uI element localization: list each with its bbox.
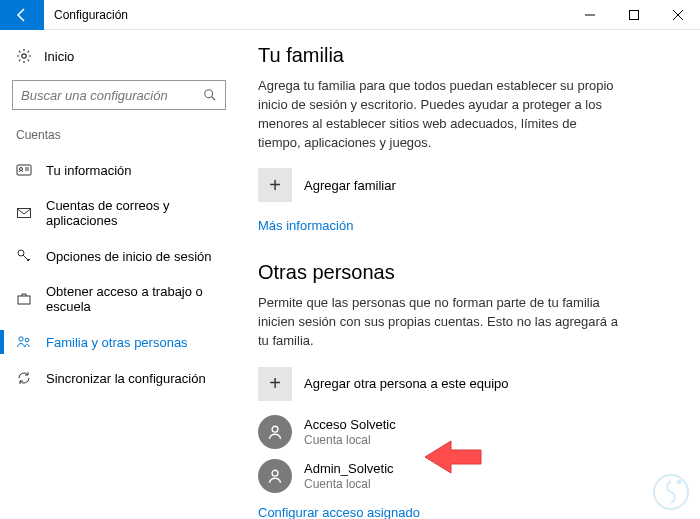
account-row[interactable]: Admin_Solvetic Cuenta local	[258, 459, 672, 493]
sync-icon	[16, 370, 32, 386]
minimize-button[interactable]	[568, 0, 612, 30]
avatar	[258, 415, 292, 449]
back-button[interactable]	[0, 0, 44, 30]
sidebar-item-label: Sincronizar la configuración	[46, 371, 206, 386]
plus-icon: +	[258, 168, 292, 202]
add-other-person-button[interactable]: + Agregar otra persona a este equipo	[258, 367, 672, 401]
svg-rect-1	[630, 10, 639, 19]
mail-icon	[16, 205, 32, 221]
account-info: Acceso Solvetic Cuenta local	[304, 417, 396, 447]
maximize-button[interactable]	[612, 0, 656, 30]
titlebar: Configuración	[0, 0, 700, 30]
svg-point-2	[22, 54, 26, 58]
search-input[interactable]	[21, 88, 203, 103]
svg-point-13	[25, 338, 29, 342]
svg-line-4	[212, 97, 216, 101]
sidebar-item-signin-options[interactable]: Opciones de inicio de sesión	[0, 238, 238, 274]
configure-assigned-access-link[interactable]: Configurar acceso asignado	[258, 505, 420, 519]
account-info: Admin_Solvetic Cuenta local	[304, 461, 394, 491]
svg-point-14	[272, 426, 278, 432]
account-name: Admin_Solvetic	[304, 461, 394, 477]
svg-rect-11	[18, 296, 30, 304]
account-row[interactable]: Acceso Solvetic Cuenta local	[258, 415, 672, 449]
main-content: Tu familia Agrega tu familia para que to…	[238, 30, 700, 519]
close-icon	[673, 10, 683, 20]
svg-point-12	[19, 337, 23, 341]
others-description: Permite que las personas que no forman p…	[258, 294, 618, 351]
sidebar-item-label: Tu información	[46, 163, 132, 178]
sidebar-item-label: Cuentas de correos y aplicaciones	[46, 198, 222, 228]
account-type: Cuenta local	[304, 433, 396, 447]
maximize-icon	[629, 10, 639, 20]
home-button[interactable]: Inicio	[0, 40, 238, 72]
arrow-left-icon	[14, 7, 30, 23]
briefcase-icon	[16, 291, 32, 307]
sidebar-item-label: Opciones de inicio de sesión	[46, 249, 212, 264]
sidebar-item-work-school[interactable]: Obtener acceso a trabajo o escuela	[0, 274, 238, 324]
svg-point-15	[272, 470, 278, 476]
more-info-link[interactable]: Más información	[258, 218, 353, 233]
svg-rect-9	[18, 209, 31, 218]
sidebar-item-family-others[interactable]: Familia y otras personas	[0, 324, 238, 360]
sidebar-section-header: Cuentas	[0, 124, 238, 152]
add-family-button[interactable]: + Agregar familiar	[258, 168, 672, 202]
people-icon	[16, 334, 32, 350]
account-name: Acceso Solvetic	[304, 417, 396, 433]
sidebar-item-sync[interactable]: Sincronizar la configuración	[0, 360, 238, 396]
svg-point-3	[205, 90, 213, 98]
family-heading: Tu familia	[258, 44, 672, 67]
others-section: Otras personas Permite que las personas …	[258, 261, 672, 519]
avatar	[258, 459, 292, 493]
minimize-icon	[585, 10, 595, 20]
family-section: Tu familia Agrega tu familia para que to…	[258, 44, 672, 253]
person-card-icon	[16, 162, 32, 178]
close-button[interactable]	[656, 0, 700, 30]
gear-icon	[16, 48, 32, 64]
others-heading: Otras personas	[258, 261, 672, 284]
sidebar: Inicio Cuentas Tu información Cuentas de…	[0, 30, 238, 519]
sidebar-item-label: Familia y otras personas	[46, 335, 188, 350]
home-label: Inicio	[44, 49, 74, 64]
add-family-label: Agregar familiar	[304, 178, 396, 193]
search-icon	[203, 88, 217, 102]
search-box[interactable]	[12, 80, 226, 110]
sidebar-item-your-info[interactable]: Tu información	[0, 152, 238, 188]
person-icon	[266, 467, 284, 485]
sidebar-item-email-accounts[interactable]: Cuentas de correos y aplicaciones	[0, 188, 238, 238]
plus-icon: +	[258, 367, 292, 401]
window-controls	[568, 0, 700, 30]
key-icon	[16, 248, 32, 264]
account-type: Cuenta local	[304, 477, 394, 491]
person-icon	[266, 423, 284, 441]
family-description: Agrega tu familia para que todos puedan …	[258, 77, 618, 152]
add-other-label: Agregar otra persona a este equipo	[304, 376, 509, 391]
window-title: Configuración	[44, 8, 128, 22]
sidebar-item-label: Obtener acceso a trabajo o escuela	[46, 284, 222, 314]
